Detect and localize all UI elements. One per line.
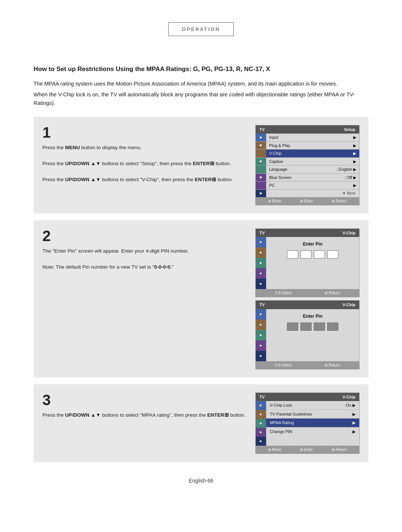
step-2-number: 2	[42, 228, 246, 243]
vchip-row-tvparental: TV Parental Guidelines ▶	[266, 410, 359, 419]
pin-filled-header: TV V-Chip	[256, 301, 359, 309]
pin-filled-box-3	[314, 323, 325, 331]
vchip-lock-value: : On ▶	[344, 402, 355, 408]
step-1-tv-menu: TV Setup ▶ Input▶ ▶ Plug & Play▶	[255, 125, 360, 205]
menu-content-bluescreen: Blue Screen: Off ▶	[266, 174, 359, 182]
vchip-footer-enter: ⊞ Enter	[300, 447, 313, 452]
vchip-row-lock: V-Chip Lock : On ▶	[266, 401, 359, 410]
step-1-text: Press the MENU button to display the men…	[42, 144, 246, 184]
pin-box-4	[327, 250, 338, 259]
step-1-right: TV Setup ▶ Input▶ ▶ Plug & Play▶	[255, 125, 360, 205]
menu-icon-input: ▶	[256, 134, 266, 141]
pin-filled-sidebar-sound: ▶	[256, 330, 266, 340]
menu-content-vchip: V-Chip▶	[266, 150, 359, 157]
step-1-menu-footer: ⊕ Move ⊞ Enter ⊞ Return	[256, 197, 359, 205]
vchip-mpaa-label: MPAA Rating	[270, 420, 294, 426]
step-2-box: 2 The "Enter Pin" screen will appear. En…	[34, 220, 368, 378]
pin-sidebar-sound: ▶	[256, 258, 266, 268]
footer-move: ⊕ Move	[268, 198, 281, 204]
pin-filled-header-left: TV	[259, 302, 265, 308]
vchip-tvparental-value: ▶	[352, 411, 355, 417]
pin-filled-header-right: V-Chip	[342, 302, 355, 308]
vchip-row-mpaa: MPAA Rating ▶	[266, 419, 359, 427]
pin-empty-sidebar: ▶ ▶ ▶ ▶ ▶	[256, 237, 266, 289]
vchip-sidebar-channel: ▶	[256, 428, 266, 437]
menu-row-setup-icon: ▶ ▼ More	[256, 190, 359, 197]
step-3-right: TV V-Chip ▶ ▶ ▶ ▶ ▶ V-Chip	[255, 392, 360, 454]
step-2-left: 2 The "Enter Pin" screen will appear. En…	[42, 228, 246, 271]
header-box: Operation	[168, 22, 234, 36]
vchip-footer-move: ⊕ Move	[268, 447, 281, 452]
footer-return: ⊞ Return	[332, 198, 347, 204]
pin-filled-footer: 0-9 Select ⊞ Return	[256, 361, 359, 369]
vchip-header: TV V-Chip	[256, 393, 359, 401]
page-footer: English-66	[34, 477, 368, 485]
menu-icon-channel2	[256, 182, 266, 189]
pin-filled-sidebar-input: ▶	[256, 309, 266, 320]
menu-row-vchip: V-Chip▶	[256, 150, 359, 158]
menu-row-plugplay: ▶ Plug & Play▶	[256, 142, 359, 150]
vchip-sidebar-setup: ▶	[256, 437, 266, 446]
step-3-number: 3	[42, 392, 246, 407]
pin-filled-box-2	[300, 323, 312, 331]
pin-box-1	[287, 250, 298, 259]
pin-box-2	[300, 250, 312, 259]
vchip-row-changepin: Change PIN ▶	[266, 427, 359, 436]
vchip-sidebar-input: ▶	[256, 401, 266, 410]
pin-filled-footer-select: 0-9 Select	[275, 362, 292, 368]
step-2-pin-filled: TV V-Chip ▶ ▶ ▶ ▶ ▶ Enter Pin	[255, 300, 360, 369]
step-3-left: 3 Press the UP/DOWN ▲▼ buttons to select…	[42, 392, 246, 419]
pin-filled-main: Enter Pin	[266, 309, 359, 361]
menu-content-caption: Caption▶	[266, 158, 359, 166]
menu-content-pc: PC▶	[266, 182, 359, 189]
pin-filled-sidebar-setup: ▶	[256, 351, 266, 361]
step-1-left: 1 Press the MENU button to display the m…	[42, 125, 246, 184]
step-1-menu-body: ▶ Input▶ ▶ Plug & Play▶ V-Chip▶ ▶	[256, 134, 359, 197]
menu-row-pc: PC▶	[256, 182, 359, 190]
step-2-right: TV V-Chip ▶ ▶ ▶ ▶ ▶ Enter Pin	[255, 228, 360, 369]
step-2-pin-empty: TV V-Chip ▶ ▶ ▶ ▶ ▶ Enter Pin	[255, 228, 360, 298]
step-1-number: 1	[42, 125, 246, 140]
vchip-sidebar-sound: ▶	[256, 419, 266, 428]
vchip-changepin-label: Change PIN	[270, 429, 292, 435]
step-1-box: 1 Press the MENU button to display the m…	[34, 117, 368, 214]
pin-box-3	[314, 250, 325, 259]
pin-empty-footer: 0-9 Select ⊞ Return	[256, 289, 359, 297]
pin-filled-boxes	[287, 323, 338, 331]
intro-text-1: The MPAA rating system uses the Motion P…	[34, 80, 368, 88]
pin-filled-box-1	[287, 323, 298, 331]
pin-filled-body: ▶ ▶ ▶ ▶ ▶ Enter Pin	[256, 309, 359, 361]
step-1-menu-header: TV Setup	[256, 125, 359, 134]
menu-content-input: Input▶	[266, 134, 359, 141]
section-title: How to Set up Restrictions Using the MPA…	[34, 64, 368, 74]
pin-filled-label: Enter Pin	[303, 313, 323, 320]
step-3-box: 3 Press the UP/DOWN ▲▼ buttons to select…	[34, 384, 368, 462]
vchip-footer-return: ⊞ Return	[332, 447, 347, 452]
page: Operation How to Set up Restrictions Usi…	[0, 0, 402, 532]
pin-empty-boxes	[287, 250, 338, 259]
vchip-sidebar: ▶ ▶ ▶ ▶ ▶	[256, 401, 266, 446]
menu-icon-vchip	[256, 150, 266, 157]
menu-row-bluescreen: ▶ Blue Screen: Off ▶	[256, 174, 359, 182]
step-1-menu-title-left: TV	[259, 126, 265, 133]
pin-empty-header: TV V-Chip	[256, 229, 359, 237]
pin-sidebar-picture: ▶	[256, 247, 266, 258]
vchip-body: ▶ ▶ ▶ ▶ ▶ V-Chip Lock : On ▶	[256, 401, 359, 446]
steps-wrapper: 1 Press the MENU button to display the m…	[34, 117, 368, 462]
pin-filled-footer-return: ⊞ Return	[325, 362, 340, 368]
pin-filled-sidebar: ▶ ▶ ▶ ▶ ▶	[256, 309, 266, 361]
pin-empty-label: Enter Pin	[303, 241, 323, 247]
footer-text: English-66	[189, 478, 213, 484]
vchip-mpaa-value: ▶	[352, 420, 355, 426]
menu-row-input: ▶ Input▶	[256, 134, 359, 142]
vchip-changepin-value: ▶	[352, 429, 355, 435]
menu-more: ▼ More	[266, 190, 359, 197]
menu-icon-channel: ▶	[256, 174, 266, 182]
menu-content-plugplay: Plug & Play▶	[266, 142, 359, 150]
pin-empty-header-right: V-Chip	[342, 230, 355, 236]
vchip-header-left: TV	[259, 394, 265, 400]
menu-icon-sound2	[256, 166, 266, 173]
pin-empty-body: ▶ ▶ ▶ ▶ ▶ Enter Pin	[256, 237, 359, 289]
footer-enter: ⊞ Enter	[300, 198, 313, 204]
pin-filled-sidebar-channel: ▶	[256, 340, 266, 351]
